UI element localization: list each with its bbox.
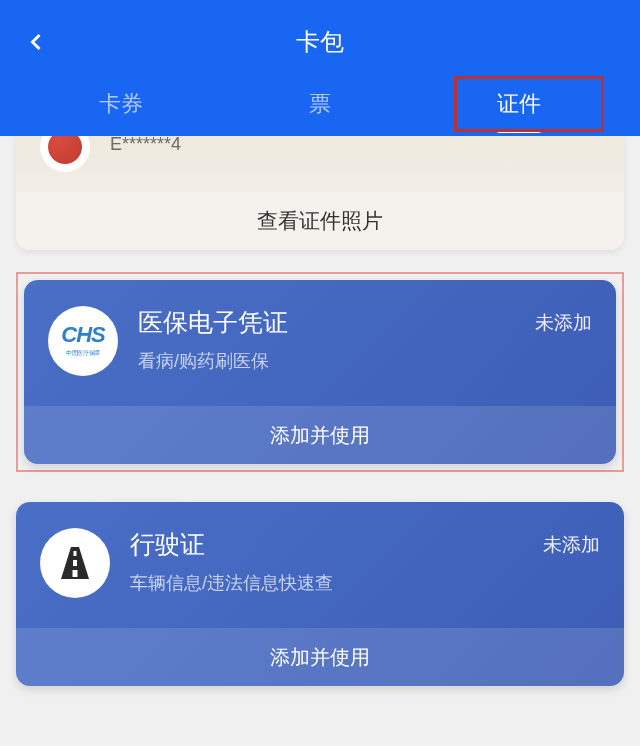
masked-id: E*******4 [110, 136, 181, 155]
card-title: 医保电子凭证 [138, 306, 592, 339]
existing-certificate-card: E*******4 查看证件照片 [16, 136, 624, 250]
add-and-use-button[interactable]: 添加并使用 [16, 628, 624, 686]
existing-cert-icon [40, 136, 90, 172]
tab-tickets[interactable]: 票 [295, 83, 345, 125]
tabs: 卡券 票 证件 [16, 72, 624, 136]
back-icon[interactable] [22, 28, 50, 56]
card-subtitle: 看病/购药刷医保 [138, 349, 592, 373]
tab-cards[interactable]: 卡券 [85, 83, 157, 125]
highlight-box-card: CHS 中国医疗保障 医保电子凭证 看病/购药刷医保 未添加 添加并使用 [16, 272, 624, 472]
card-subtitle: 车辆信息/违法信息快速查 [130, 571, 600, 595]
add-and-use-button[interactable]: 添加并使用 [24, 406, 616, 464]
svg-rect-1 [73, 560, 77, 566]
svg-rect-0 [74, 551, 77, 556]
svg-rect-2 [73, 570, 78, 577]
view-certificate-photo-button[interactable]: 查看证件照片 [16, 192, 624, 250]
page-title: 卡包 [296, 26, 344, 58]
tab-certificates[interactable]: 证件 [483, 83, 555, 125]
driving-license-card[interactable]: 行驶证 车辆信息/违法信息快速查 未添加 添加并使用 [16, 502, 624, 686]
chs-logo-icon: CHS 中国医疗保障 [48, 306, 118, 376]
status-badge: 未添加 [543, 532, 600, 558]
medical-insurance-card[interactable]: CHS 中国医疗保障 医保电子凭证 看病/购药刷医保 未添加 添加并使用 [24, 280, 616, 464]
road-icon [40, 528, 110, 598]
status-badge: 未添加 [535, 310, 592, 336]
card-title: 行驶证 [130, 528, 600, 561]
